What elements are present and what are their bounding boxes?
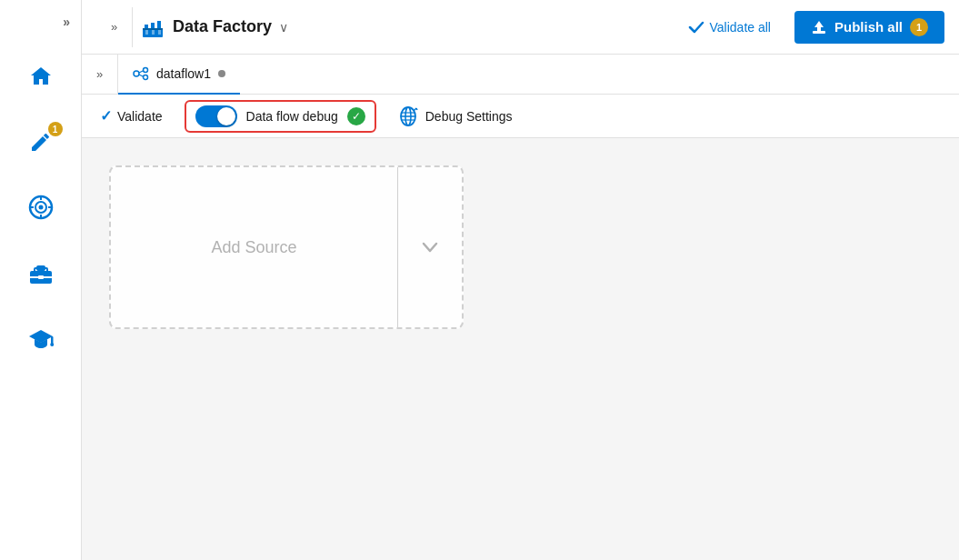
- svg-rect-20: [145, 30, 148, 35]
- validate-icon: [688, 19, 704, 35]
- svg-rect-11: [38, 275, 44, 279]
- validate-button[interactable]: ✓ Validate: [100, 107, 163, 125]
- svg-point-26: [134, 71, 139, 76]
- dataflow-icon: [133, 65, 149, 82]
- sidebar-item-learn[interactable]: [0, 305, 82, 371]
- tab-label: dataflow1: [156, 66, 211, 81]
- tab-expand[interactable]: »: [82, 55, 118, 95]
- header-title: Data Factory: [173, 17, 272, 36]
- monitor-icon-container: [25, 191, 57, 224]
- tab-dataflow1[interactable]: dataflow1: [118, 55, 240, 95]
- svg-point-2: [38, 205, 43, 210]
- manage-icon-container: [25, 256, 57, 289]
- chevron-right-icon: »: [63, 15, 70, 29]
- publish-icon: [811, 19, 827, 35]
- chevron-down-icon: [419, 236, 441, 258]
- toggle-track: [195, 105, 237, 127]
- header-expand[interactable]: »: [96, 7, 133, 47]
- svg-rect-19: [143, 28, 163, 30]
- sidebar-item-author[interactable]: 1: [0, 109, 82, 175]
- publish-all-button[interactable]: Publish all 1: [794, 11, 944, 44]
- factory-icon-container: [140, 15, 165, 40]
- debug-label: Data flow debug: [246, 109, 338, 124]
- debug-settings-button[interactable]: Debug Settings: [398, 106, 513, 126]
- author-badge: 1: [48, 122, 63, 136]
- publish-badge: 1: [910, 18, 928, 36]
- add-source-box[interactable]: Add Source: [109, 165, 464, 329]
- canvas: Add Source: [82, 138, 959, 560]
- svg-line-30: [139, 75, 144, 76]
- sidebar-item-manage[interactable]: [0, 240, 82, 305]
- svg-rect-24: [813, 31, 825, 34]
- debug-settings-icon: [398, 106, 418, 126]
- graduation-icon: [27, 325, 55, 352]
- svg-line-29: [139, 70, 144, 72]
- validate-all-label: Validate all: [710, 20, 771, 35]
- toolbar: ✓ Validate Data flow debug ✓ Debug Set: [82, 95, 959, 138]
- monitor-icon: [26, 193, 55, 222]
- home-icon-container: [25, 60, 57, 93]
- sidebar-collapse[interactable]: »: [0, 7, 81, 44]
- publish-all-label: Publish all: [834, 19, 903, 35]
- checkmark-icon: ✓: [100, 107, 112, 125]
- tab-unsaved-dot: [218, 70, 225, 77]
- svg-marker-25: [814, 21, 824, 31]
- source-dropdown[interactable]: [398, 167, 462, 327]
- tab-bar: » dataflow1: [82, 55, 959, 95]
- debug-settings-label: Debug Settings: [425, 109, 513, 124]
- add-source-main: Add Source: [111, 167, 397, 327]
- sidebar: » 1: [0, 0, 82, 560]
- svg-rect-21: [152, 30, 155, 35]
- debug-toggle[interactable]: [195, 105, 237, 127]
- header-expand-icon: »: [111, 20, 117, 34]
- author-icon-container: 1: [25, 125, 57, 158]
- tab-expand-icon: »: [96, 67, 103, 81]
- header-left: » Data Factory ∨: [96, 7, 664, 47]
- validate-label: Validate: [117, 109, 163, 124]
- home-icon: [28, 64, 54, 89]
- toggle-thumb: [217, 107, 235, 125]
- debug-active-icon: ✓: [347, 107, 365, 125]
- debug-toggle-container: Data flow debug ✓: [185, 100, 376, 133]
- svg-marker-12: [29, 330, 53, 343]
- sidebar-item-home[interactable]: [0, 44, 82, 109]
- header: » Data Factory ∨: [82, 0, 959, 55]
- svg-point-14: [50, 343, 54, 346]
- svg-point-27: [144, 67, 148, 72]
- svg-rect-13: [51, 336, 54, 344]
- sidebar-item-monitor[interactable]: [0, 175, 82, 240]
- add-source-label: Add Source: [211, 238, 296, 257]
- learn-icon-container: [25, 322, 57, 355]
- factory-icon: [141, 15, 165, 39]
- svg-point-28: [144, 75, 148, 79]
- main-content: » Data Factory ∨: [82, 0, 959, 560]
- validate-all-button[interactable]: Validate all: [679, 14, 780, 41]
- svg-rect-22: [158, 30, 161, 35]
- header-dropdown-icon[interactable]: ∨: [279, 20, 288, 35]
- toolbox-icon: [27, 259, 55, 286]
